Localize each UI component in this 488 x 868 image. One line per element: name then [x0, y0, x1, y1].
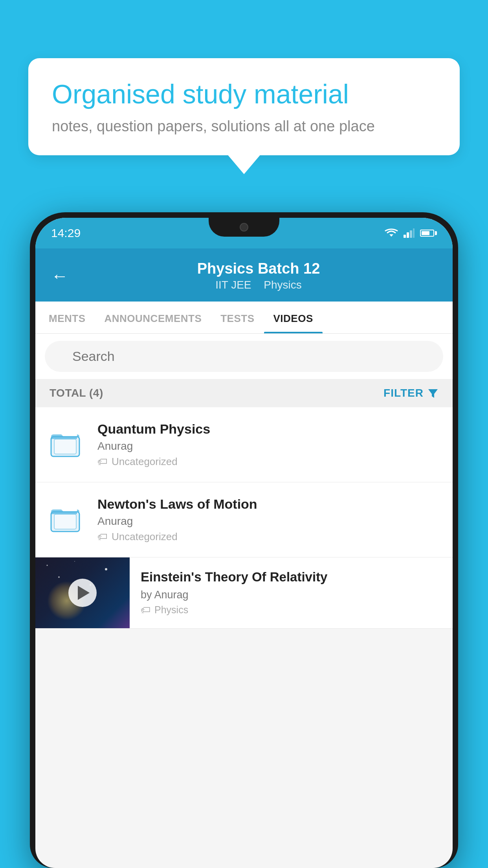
tag-icon: 🏷 [141, 604, 150, 616]
tag-icon: 🏷 [97, 456, 108, 468]
header-sub-tags: IIT JEE Physics [80, 279, 437, 291]
total-label: TOTAL (4) [50, 387, 103, 399]
svg-marker-7 [428, 389, 438, 398]
header-main-title: Physics Batch 12 [80, 260, 437, 277]
filter-bar: TOTAL (4) FILTER [35, 379, 453, 407]
thumb-item-tag: 🏷 Physics [141, 604, 442, 616]
filter-label: FILTER [383, 387, 424, 399]
tag-label: Uncategorized [112, 456, 178, 468]
tag-label: Uncategorized [112, 531, 178, 543]
svg-rect-11 [54, 514, 76, 529]
search-input[interactable] [45, 341, 443, 372]
list-item[interactable]: Quantum Physics Anurag 🏷 Uncategorized [35, 407, 453, 482]
tag-icon: 🏷 [97, 531, 108, 543]
header-tag1: IIT JEE [215, 279, 251, 291]
play-triangle-icon [78, 586, 90, 600]
status-time: 14:29 [51, 226, 81, 240]
play-button[interactable] [68, 579, 97, 607]
speech-bubble: Organised study material notes, question… [28, 58, 460, 155]
svg-rect-3 [410, 230, 412, 238]
header-title-group: Physics Batch 12 IIT JEE Physics [80, 260, 437, 291]
folder-icon [50, 428, 85, 461]
svg-point-13 [58, 576, 60, 578]
header-tag2: Physics [264, 279, 301, 291]
signal-icon [404, 228, 415, 238]
list-item-tag: 🏷 Uncategorized [97, 531, 438, 543]
tab-ments[interactable]: MENTS [39, 302, 95, 333]
list-container: Quantum Physics Anurag 🏷 Uncategorized [35, 407, 453, 629]
svg-point-15 [47, 565, 48, 566]
svg-rect-4 [413, 228, 415, 238]
filter-funnel-icon [427, 388, 438, 399]
video-thumbnail [35, 557, 130, 628]
search-bar-wrap [35, 334, 453, 379]
search-bar-container [45, 341, 443, 372]
back-button[interactable]: ← [51, 266, 68, 286]
tab-tests[interactable]: TESTS [211, 302, 264, 333]
svg-rect-1 [404, 235, 406, 238]
status-icons [385, 228, 437, 238]
svg-rect-2 [407, 232, 409, 238]
list-item-thumb[interactable]: Einstein's Theory Of Relativity by Anura… [35, 557, 453, 629]
list-text-group: Quantum Physics Anurag 🏷 Uncategorized [97, 421, 438, 468]
thumb-item-title: Einstein's Theory Of Relativity [141, 569, 442, 585]
speech-bubble-subtitle: notes, question papers, solutions all at… [52, 118, 436, 135]
list-item-title: Quantum Physics [97, 421, 438, 437]
tab-announcements[interactable]: ANNOUNCEMENTS [95, 302, 211, 333]
tab-videos[interactable]: VIDEOS [264, 302, 323, 333]
list-text-group: Newton's Laws of Motion Anurag 🏷 Uncateg… [97, 497, 438, 543]
speech-bubble-title: Organised study material [52, 79, 436, 109]
list-item[interactable]: Newton's Laws of Motion Anurag 🏷 Uncateg… [35, 482, 453, 557]
thumb-text-group: Einstein's Theory Of Relativity by Anura… [130, 557, 453, 627]
battery-icon [420, 230, 437, 237]
camera-dot [240, 223, 248, 232]
svg-marker-0 [389, 234, 393, 237]
status-bar: 14:29 [35, 218, 453, 248]
wifi-icon [385, 228, 398, 238]
svg-point-12 [105, 568, 107, 570]
svg-point-16 [74, 561, 75, 562]
phone-frame: 14:29 [30, 212, 458, 868]
phone-screen: 14:29 [35, 218, 453, 868]
thumb-item-author: by Anurag [141, 589, 442, 601]
list-item-title: Newton's Laws of Motion [97, 497, 438, 512]
svg-rect-9 [54, 439, 76, 454]
list-item-author: Anurag [97, 515, 438, 528]
tag-label: Physics [154, 604, 188, 616]
notch [209, 218, 279, 237]
filter-button[interactable]: FILTER [383, 387, 438, 399]
app-header: ← Physics Batch 12 IIT JEE Physics [35, 248, 453, 302]
list-item-author: Anurag [97, 440, 438, 452]
list-item-tag: 🏷 Uncategorized [97, 456, 438, 468]
tabs-bar: MENTS ANNOUNCEMENTS TESTS VIDEOS [35, 302, 453, 334]
folder-icon [50, 503, 85, 536]
